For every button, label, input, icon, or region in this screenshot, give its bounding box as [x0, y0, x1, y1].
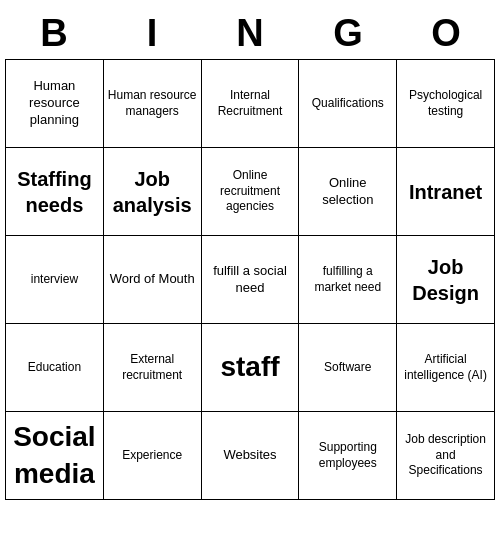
bingo-cell: Job analysis	[104, 148, 202, 236]
bingo-cell: fulfilling a market need	[299, 236, 397, 324]
bingo-cell: Qualifications	[299, 60, 397, 148]
bingo-header: BINGO	[5, 8, 495, 59]
bingo-cell: Social media	[6, 412, 104, 500]
bingo-cell: External recruitment	[104, 324, 202, 412]
bingo-cell: Internal Recruitment	[202, 60, 300, 148]
bingo-cell: Staffing needs	[6, 148, 104, 236]
bingo-letter: O	[397, 8, 495, 59]
bingo-cell: Job description and Specifications	[397, 412, 495, 500]
bingo-cell: Supporting employees	[299, 412, 397, 500]
bingo-letter: G	[299, 8, 397, 59]
bingo-cell: Websites	[202, 412, 300, 500]
bingo-letter: I	[103, 8, 201, 59]
bingo-cell: Psychological testing	[397, 60, 495, 148]
bingo-letter: B	[5, 8, 103, 59]
bingo-cell: Word of Mouth	[104, 236, 202, 324]
bingo-cell: fulfill a social need	[202, 236, 300, 324]
bingo-cell: Job Design	[397, 236, 495, 324]
bingo-cell: staff	[202, 324, 300, 412]
bingo-grid: Human resource planningHuman resource ma…	[5, 59, 495, 500]
bingo-cell: Intranet	[397, 148, 495, 236]
bingo-cell: Online recruitment agencies	[202, 148, 300, 236]
bingo-cell: Software	[299, 324, 397, 412]
bingo-cell: Artificial intelligence (AI)	[397, 324, 495, 412]
bingo-cell: Education	[6, 324, 104, 412]
bingo-cell: Human resource planning	[6, 60, 104, 148]
bingo-letter: N	[201, 8, 299, 59]
bingo-cell: Online selection	[299, 148, 397, 236]
bingo-card: BINGO Human resource planningHuman resou…	[5, 8, 495, 500]
bingo-cell: interview	[6, 236, 104, 324]
bingo-cell: Experience	[104, 412, 202, 500]
bingo-cell: Human resource managers	[104, 60, 202, 148]
